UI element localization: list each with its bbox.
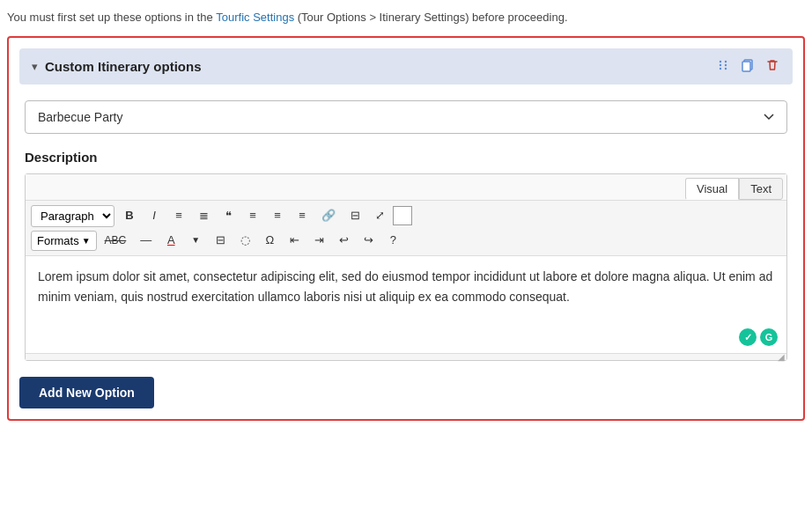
text-color-dropdown[interactable]: ▼: [184, 231, 207, 250]
fullscreen-button[interactable]: ⤢: [368, 204, 391, 227]
svg-point-4: [725, 64, 727, 66]
tourfic-settings-link[interactable]: Tourfic Settings: [216, 11, 294, 24]
notice-text-before: You must first set up these options in t…: [7, 11, 216, 24]
bold-button[interactable]: B: [118, 204, 141, 227]
editor-content[interactable]: Lorem ipsum dolor sit amet, consectetur …: [26, 256, 786, 353]
color-box[interactable]: [393, 206, 412, 225]
text-color-button[interactable]: A: [159, 229, 182, 252]
top-notice: You must first set up these options in t…: [7, 7, 805, 27]
undo-button[interactable]: ↩: [332, 229, 355, 252]
chevron-icon[interactable]: ▾: [32, 60, 38, 73]
toolbar-row-2: Formats ▼ ABC — A ▼ ⊟ ◌ Ω ⇤ ⇥ ↩ ↪ ?: [31, 229, 781, 252]
link-button[interactable]: 🔗: [315, 204, 342, 227]
svg-point-5: [725, 68, 727, 70]
resize-handle[interactable]: ◢: [26, 353, 786, 360]
move-icon[interactable]: [715, 57, 731, 76]
svg-point-0: [720, 61, 721, 63]
section-header-left: ▾ Custom Itinerary options: [32, 59, 202, 74]
section-title: Custom Itinerary options: [45, 59, 202, 74]
align-right-button[interactable]: ≡: [291, 204, 314, 227]
formats-chevron-icon: ▼: [82, 236, 91, 246]
formats-label: Formats: [37, 234, 79, 247]
svg-point-2: [720, 68, 721, 70]
indent-button[interactable]: ⇥: [307, 229, 330, 252]
unordered-list-button[interactable]: ≡: [167, 204, 190, 227]
tab-text[interactable]: Text: [739, 178, 783, 200]
svg-rect-7: [742, 62, 750, 71]
toolbar-row-1: Paragraph Heading 1 Heading 2 B I ≡ ≣ ❝ …: [31, 204, 781, 227]
outdent-button[interactable]: ⇤: [283, 229, 306, 252]
table-button[interactable]: ⊟: [343, 204, 366, 227]
description-label: Description: [25, 150, 787, 165]
ordered-list-button[interactable]: ≣: [192, 204, 215, 227]
help-button[interactable]: ?: [381, 229, 404, 252]
itinerary-select[interactable]: Barbecue Party City Tour Beach Trip: [25, 100, 787, 134]
resize-icon: ◢: [778, 352, 785, 362]
editor-tabs: Visual Text: [26, 174, 786, 201]
hr-button[interactable]: —: [134, 229, 158, 252]
clear-formatting-button[interactable]: ◌: [233, 229, 256, 252]
section-header: ▾ Custom Itinerary options: [19, 48, 793, 85]
italic-button[interactable]: I: [143, 204, 166, 227]
grammarly-g-icon[interactable]: G: [760, 328, 778, 346]
format-select[interactable]: Paragraph Heading 1 Heading 2: [31, 205, 114, 227]
section-body: Barbecue Party City Tour Beach Trip Desc…: [19, 100, 793, 361]
align-center-button[interactable]: ≡: [266, 204, 289, 227]
editor-wrapper: Visual Text Paragraph Heading 1 Heading …: [25, 173, 787, 361]
editor-text: Lorem ipsum dolor sit amet, consectetur …: [38, 269, 772, 303]
svg-point-1: [720, 64, 721, 66]
align-left-button[interactable]: ≡: [241, 204, 264, 227]
custom-itinerary-container: ▾ Custom Itinerary options: [7, 36, 805, 421]
dropdown-container: Barbecue Party City Tour Beach Trip: [25, 100, 787, 134]
formats-dropdown[interactable]: Formats ▼: [31, 231, 97, 251]
special-chars-button[interactable]: Ω: [258, 229, 281, 252]
delete-icon[interactable]: [764, 57, 780, 76]
strikethrough-button[interactable]: ABC: [99, 230, 133, 252]
editor-toolbar: Paragraph Heading 1 Heading 2 B I ≡ ≣ ❝ …: [26, 201, 786, 256]
notice-text-after: (Tour Options > Itinerary Settings) befo…: [294, 11, 567, 24]
redo-button[interactable]: ↪: [357, 229, 380, 252]
add-new-option-button[interactable]: Add New Option: [19, 377, 154, 408]
paste-button[interactable]: ⊟: [209, 229, 232, 252]
grammarly-check-icon[interactable]: ✓: [739, 328, 757, 346]
svg-point-3: [725, 61, 727, 63]
tab-visual[interactable]: Visual: [685, 178, 739, 200]
copy-icon[interactable]: [740, 57, 756, 76]
blockquote-button[interactable]: ❝: [217, 204, 240, 227]
section-header-icons: [715, 57, 780, 76]
